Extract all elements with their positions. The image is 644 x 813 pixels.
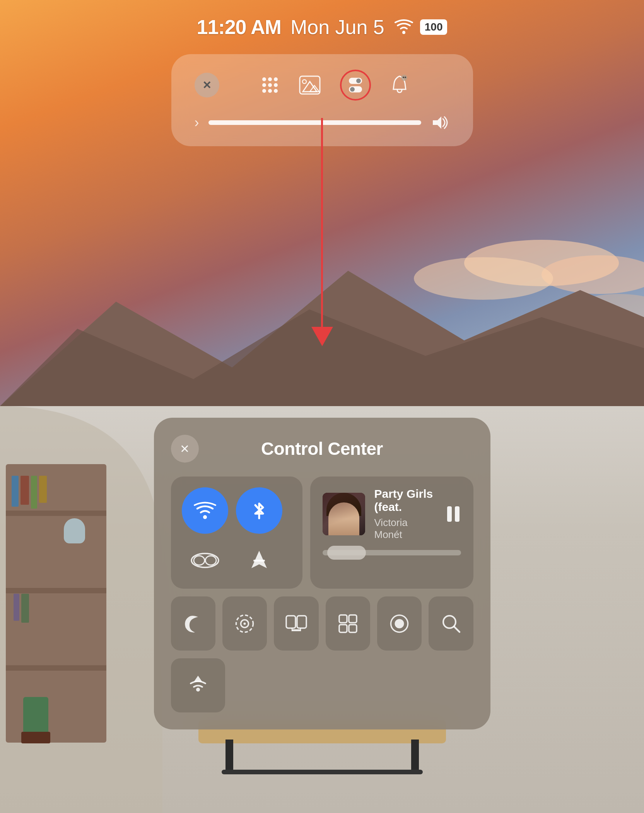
connectivity-top-row: [182, 487, 292, 534]
airplane-mode-button[interactable]: [236, 543, 282, 578]
control-center-panel: ✕ Control Center: [154, 418, 490, 729]
svg-point-6: [402, 31, 405, 34]
screen-record-button[interactable]: [377, 596, 422, 651]
svg-point-2: [414, 257, 553, 300]
svg-line-50: [454, 627, 460, 632]
svg-point-51: [196, 688, 200, 692]
svg-rect-45: [339, 625, 347, 632]
album-art-inner: [323, 493, 365, 535]
svg-point-25: [403, 77, 404, 78]
svg-point-48: [395, 619, 404, 628]
plant-pot: [21, 732, 50, 743]
svg-point-26: [405, 77, 406, 78]
svg-point-7: [262, 77, 266, 81]
bookshelf: [6, 464, 106, 743]
battery-indicator: 100: [420, 19, 448, 35]
svg-point-19: [302, 80, 306, 84]
svg-point-24: [401, 75, 407, 81]
dots-grid-icon[interactable]: [260, 75, 280, 95]
status-time: 11:20 AM: [197, 15, 281, 39]
svg-point-28: [203, 515, 207, 519]
wifi-status-icon: [394, 19, 414, 35]
control-center-title: Control Center: [199, 438, 446, 459]
svg-point-10: [262, 83, 266, 87]
svg-point-11: [268, 83, 272, 87]
now-playing-card: Party Girls (feat. Victoria Monét: [310, 477, 473, 589]
svg-rect-44: [349, 615, 357, 623]
svg-point-21: [356, 79, 361, 83]
svg-point-23: [350, 87, 355, 92]
vision-pro-button[interactable]: [182, 543, 228, 578]
song-artist: Victoria Monét: [374, 517, 436, 541]
svg-point-14: [268, 89, 272, 93]
svg-marker-52: [194, 676, 202, 682]
song-title: Party Girls (feat.: [374, 487, 436, 514]
svg-rect-43: [339, 615, 347, 623]
arrow-head: [311, 327, 333, 346]
svg-rect-46: [349, 625, 357, 632]
bluetooth-button[interactable]: [236, 487, 282, 534]
svg-point-12: [274, 83, 278, 87]
window-manager-button[interactable]: [326, 596, 370, 651]
now-playing-top: Party Girls (feat. Victoria Monét: [323, 487, 461, 541]
wifi-button[interactable]: [182, 487, 228, 534]
vase-decoration: [64, 518, 85, 543]
control-center-header: ✕ Control Center: [171, 435, 473, 463]
mini-close-button[interactable]: ✕: [195, 73, 219, 97]
mini-expand-chevron[interactable]: ›: [195, 114, 199, 131]
svg-point-15: [274, 89, 278, 93]
album-art: [323, 493, 365, 535]
svg-rect-32: [253, 560, 265, 562]
floor-plant: [23, 697, 48, 736]
stand-bar: [222, 770, 423, 774]
mini-volume-icon: [430, 115, 450, 130]
indicator-arrow: [311, 118, 333, 346]
notification-bell-icon[interactable]: [390, 75, 409, 96]
svg-rect-39: [297, 616, 306, 628]
control-center-toggle-icon[interactable]: [340, 70, 371, 101]
spotlight-search-button[interactable]: [429, 596, 473, 651]
svg-point-9: [274, 77, 278, 81]
svg-point-30: [194, 556, 205, 565]
arrow-shaft: [321, 118, 323, 327]
mountain-icon[interactable]: [299, 75, 321, 95]
control-center-bottom-row: [171, 658, 473, 712]
status-icons: 100: [394, 19, 448, 35]
svg-point-37: [243, 622, 246, 625]
svg-rect-33: [447, 506, 452, 522]
svg-rect-38: [286, 616, 296, 628]
song-info: Party Girls (feat. Victoria Monét: [374, 487, 436, 541]
pause-button[interactable]: [446, 504, 461, 524]
svg-point-8: [268, 77, 272, 81]
svg-point-13: [262, 89, 266, 93]
mini-icons-row: [219, 70, 450, 101]
control-center-close-button[interactable]: ✕: [171, 435, 199, 463]
focus-moon-button[interactable]: [171, 596, 215, 651]
playback-slider[interactable]: [323, 550, 461, 555]
svg-rect-34: [455, 506, 460, 522]
control-buttons-row: [171, 596, 473, 651]
mirror-display-button[interactable]: [274, 596, 318, 651]
svg-rect-40: [292, 629, 301, 631]
airdrop-button[interactable]: [171, 658, 225, 712]
status-bar: 11:20 AM Mon Jun 5 100: [0, 15, 644, 39]
focus-assist-button[interactable]: [222, 596, 267, 651]
svg-point-31: [205, 556, 216, 565]
connectivity-bottom-row: [182, 543, 292, 578]
highlight-circle: [340, 70, 371, 101]
svg-marker-27: [433, 116, 441, 129]
connectivity-card: [171, 477, 302, 589]
playback-thumb: [327, 546, 366, 560]
control-center-top-row: Party Girls (feat. Victoria Monét: [171, 477, 473, 589]
status-date: Mon Jun 5: [290, 15, 384, 39]
